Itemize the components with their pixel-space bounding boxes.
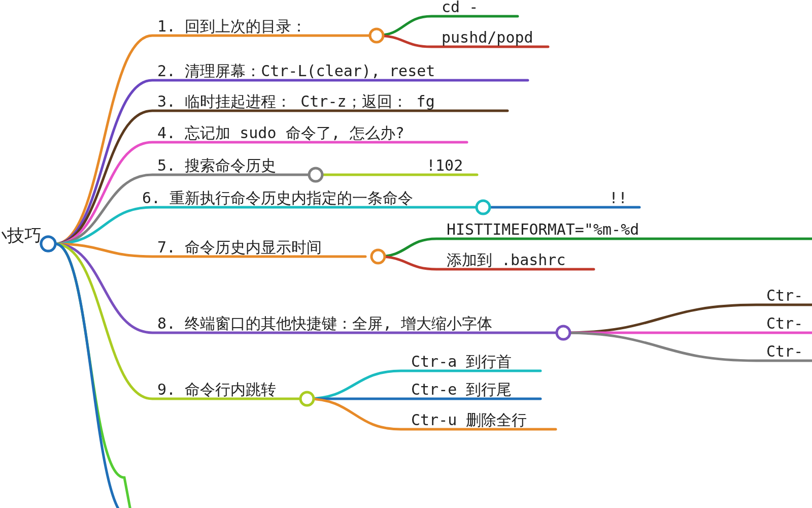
node-n2: 2. 清理屏幕：Ctr-L(clear), reset xyxy=(157,62,435,80)
node-n7: 7. 命令历史内显示时间 xyxy=(157,238,322,256)
branch-n7a xyxy=(378,239,812,257)
branch-extra-2 xyxy=(55,244,129,508)
node-n3: 3. 临时挂起进程： Ctr-z；返回： fg xyxy=(157,92,435,110)
node-n5a: !102 xyxy=(426,156,463,174)
node-n4: 4. 忘记加 sudo 命令了, 怎么办? xyxy=(157,124,404,142)
join-n1 xyxy=(370,29,383,42)
join-n9 xyxy=(300,392,314,405)
node-n8: 8. 终端窗口的其他快捷键：全屏, 增大缩小字体 xyxy=(157,314,492,332)
node-n8c: Ctr- xyxy=(766,342,803,360)
node-n9c: Ctr-u 删除全行 xyxy=(411,411,527,429)
node-n1: 1. 回到上次的目录： xyxy=(157,17,307,35)
root-label: 小技巧 xyxy=(0,226,42,245)
node-n7a: HISTTIMEFORMAT="%m-%d xyxy=(447,220,639,238)
join-n8 xyxy=(557,326,570,339)
node-n7b: 添加到 .bashrc xyxy=(447,251,566,269)
join-n5 xyxy=(309,168,322,181)
node-n6a: !! xyxy=(609,189,627,207)
node-n9a: Ctr-a 到行首 xyxy=(411,353,512,370)
node-n1b: pushd/popd xyxy=(442,28,533,46)
node-n9: 9. 命令行内跳转 xyxy=(157,380,276,398)
branch-extra-1 xyxy=(55,244,132,508)
node-n5: 5. 搜索命令历史 xyxy=(157,156,276,174)
node-n8b: Ctr- xyxy=(766,314,803,332)
node-n1a: cd - xyxy=(442,0,478,16)
node-n6: 6. 重新执行命令历史内指定的一条命令 xyxy=(142,189,413,207)
root-node-top xyxy=(41,237,55,251)
node-n9b: Ctr-e 到行尾 xyxy=(411,380,512,398)
join-n6 xyxy=(477,201,490,214)
node-n8a: Ctr- xyxy=(766,287,803,304)
join-n7 xyxy=(371,250,385,263)
